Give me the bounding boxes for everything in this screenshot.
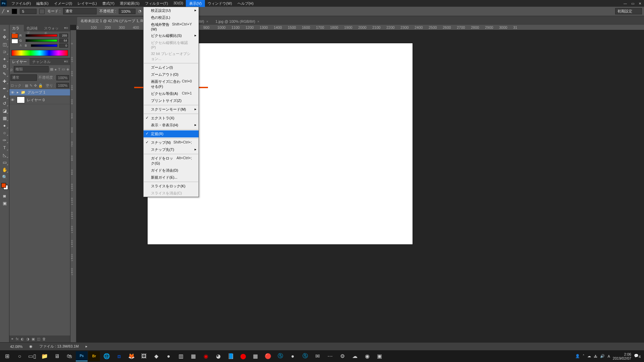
app-icon[interactable]: ●	[287, 351, 299, 361]
b-slider[interactable]	[31, 44, 57, 47]
g-slider[interactable]	[25, 39, 57, 42]
people-icon[interactable]: 👤	[575, 354, 580, 358]
menu-レイヤー(L)[interactable]: レイヤー(L)	[75, 0, 99, 7]
menu-item[interactable]: プリントサイズ(Z)	[144, 97, 199, 104]
quick-mask[interactable]: ◙	[1, 192, 8, 199]
opacity-value[interactable]: 100%	[56, 75, 69, 80]
start-button[interactable]: ⊞	[1, 351, 13, 361]
bridge-icon[interactable]: Br	[88, 351, 100, 361]
color-ramp[interactable]	[11, 50, 68, 56]
menu-表示(V)[interactable]: 表示(V)	[186, 0, 205, 7]
app-icon[interactable]: ▥	[175, 351, 187, 361]
app-icon[interactable]: ☁	[349, 351, 361, 361]
filter-type-icon[interactable]: T	[58, 67, 60, 71]
tab-adjustments[interactable]: 色調補正	[24, 25, 41, 32]
tab-layers[interactable]: レイヤー	[9, 58, 30, 65]
task-view-button[interactable]: ▭▯	[26, 351, 38, 361]
app-icon[interactable]: ◉	[200, 351, 212, 361]
type-tool[interactable]: T	[1, 144, 8, 151]
chrome-icon[interactable]: ◕	[212, 351, 224, 361]
blend-mode-select[interactable]: 通常	[10, 74, 37, 81]
lock-all-icon[interactable]: 🔒	[38, 83, 43, 88]
menu-ファイル(F)[interactable]: ファイル(F)	[9, 0, 34, 7]
path-tool[interactable]: ◺	[1, 152, 8, 158]
menu-item[interactable]: ガイドをロック(G)Alt+Ctrl+;	[144, 155, 199, 167]
app-icon[interactable]: ▣	[374, 351, 385, 361]
screen-mode[interactable]: ▣	[1, 200, 8, 206]
bg-swatch[interactable]	[11, 39, 18, 44]
menu-item[interactable]: 色域外警告(W)Shift+Ctrl+Y	[144, 21, 199, 32]
gradient-tool[interactable]: ▦	[1, 115, 8, 121]
tab-swatches[interactable]: スウォッチ	[41, 25, 62, 32]
zoom-level[interactable]: 42.08%	[10, 345, 22, 349]
firefox-icon[interactable]: 🦊	[125, 351, 137, 361]
layer-filter-select[interactable]: 種類	[14, 66, 48, 72]
menu-item[interactable]: ✓定規(R)	[144, 130, 199, 137]
magic-wand-tool[interactable]: ✦	[1, 56, 8, 62]
color-swatches[interactable]	[1, 183, 8, 190]
filter-shape-icon[interactable]: ▭	[62, 67, 65, 71]
fg-swatch[interactable]	[11, 34, 18, 38]
doc-info[interactable]: ファイル : 13.3M/83.1M	[39, 344, 78, 349]
visibility-icon[interactable]: 👁	[11, 90, 15, 95]
history-brush-tool[interactable]: ↺	[1, 100, 8, 107]
photos-icon[interactable]: 🖼	[138, 351, 150, 361]
menu-ウィンドウ(W)[interactable]: ウィンドウ(W)	[205, 0, 235, 7]
explorer-icon[interactable]: 📁	[39, 351, 50, 361]
menu-item[interactable]: 校正設定(U)▸	[144, 7, 199, 14]
menu-item[interactable]: ズームアウト(O)	[144, 71, 199, 78]
clock[interactable]: 2:062019/02/07	[613, 352, 631, 360]
hand-tool[interactable]: ✋	[1, 166, 8, 173]
layer-row[interactable]: 👁レイヤー 0	[9, 96, 70, 104]
menu-イメージ(I)[interactable]: イメージ(I)	[51, 0, 75, 7]
r-value[interactable]: 255	[59, 34, 68, 38]
notification-icon[interactable]: 💬4	[634, 354, 641, 359]
filter-pixel-icon[interactable]: ▦	[50, 67, 53, 71]
mail-icon[interactable]: ✉	[312, 351, 323, 361]
volume-icon[interactable]: 🔊	[600, 354, 605, 358]
close-tab-icon[interactable]: ×	[257, 19, 259, 23]
workspace-select[interactable]: 初期設定	[615, 8, 642, 14]
tray-chevron[interactable]: ˄	[583, 354, 585, 358]
filter-smart-icon[interactable]: ◈	[66, 67, 69, 71]
app-icon[interactable]: 📘	[225, 351, 236, 361]
skype-icon[interactable]: Ⓢ	[274, 351, 286, 361]
close-tab-icon[interactable]: ×	[206, 19, 208, 23]
shape-tool[interactable]: ▭	[1, 159, 8, 166]
photoshop-icon[interactable]: Ps	[76, 351, 88, 361]
eraser-tool[interactable]: ◪	[1, 107, 8, 114]
adjust-icon[interactable]: ◑	[26, 337, 30, 341]
trash-icon[interactable]: 🗑	[42, 337, 46, 341]
app-icon[interactable]: 🖥	[51, 351, 63, 361]
menu-item[interactable]: ピクセル等倍(A)Ctrl+1	[144, 90, 199, 97]
menu-item[interactable]: 表示・非表示(H)▸	[144, 122, 199, 129]
tab-color[interactable]: カラー	[9, 25, 24, 32]
tab-channels[interactable]: チャンネル	[30, 58, 53, 65]
menu-3D(D)[interactable]: 3D(D)	[171, 0, 186, 7]
doc-info-arrow[interactable]: ▸	[86, 344, 88, 349]
move-tool[interactable]: ✥	[1, 34, 8, 40]
dodge-tool[interactable]: ○	[1, 129, 8, 136]
menu-item[interactable]: ズームイン(I)	[144, 64, 199, 71]
menu-item[interactable]: スナップ先(T)▸	[144, 146, 199, 153]
fill-value[interactable]: 100%	[56, 83, 69, 88]
maximize-button[interactable]: ▭	[629, 1, 636, 6]
tablet-pressure-icon[interactable]: ◔	[138, 9, 142, 13]
app-icon[interactable]: ◉	[361, 351, 373, 361]
layer-thumb[interactable]	[17, 97, 25, 103]
mask-icon[interactable]: ◐	[21, 337, 24, 341]
app-icon[interactable]: ⬤	[237, 351, 249, 361]
marquee-tool[interactable]: ◫	[1, 41, 8, 48]
menu-item[interactable]: 色の校正(L)	[144, 14, 199, 21]
blend-mode-select[interactable]: 通常	[63, 8, 97, 14]
lock-pos-icon[interactable]: ✥	[34, 83, 37, 88]
menu-選択範囲(S)[interactable]: 選択範囲(S)	[117, 0, 142, 7]
b-value[interactable]: 0	[59, 44, 68, 48]
store-icon[interactable]: 🛍	[63, 351, 75, 361]
menu-item[interactable]: スライスをロック(K)	[144, 183, 199, 190]
app-icon[interactable]: ▦	[250, 351, 261, 361]
lock-image-icon[interactable]: ✎	[30, 83, 33, 88]
arrow-dropdown[interactable]: »	[1, 26, 8, 33]
lock-trans-icon[interactable]: ▦	[25, 83, 28, 88]
app-icon[interactable]: ⋯	[324, 351, 336, 361]
